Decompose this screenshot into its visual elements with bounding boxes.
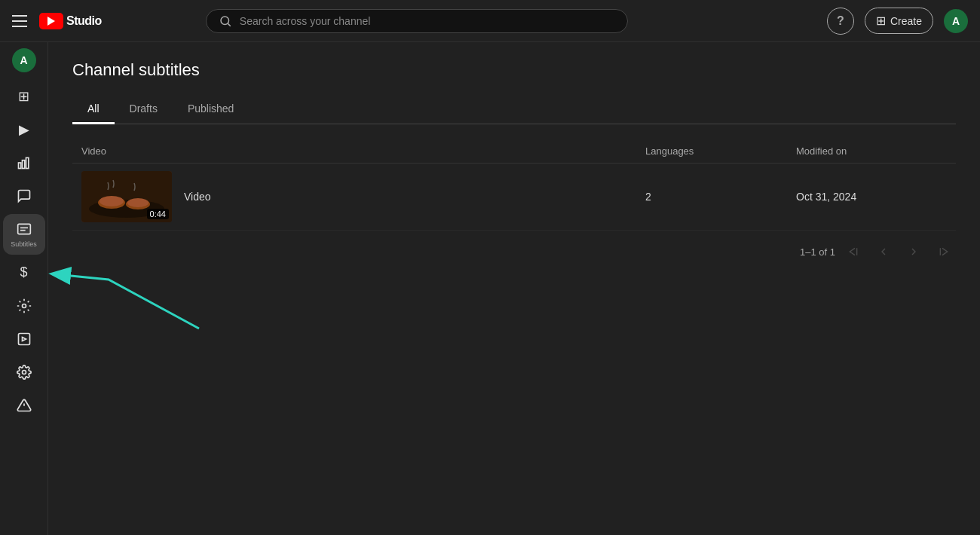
sidebar-item-subtitles[interactable]: Subtitles bbox=[3, 214, 45, 255]
subtitles-icon bbox=[15, 220, 33, 238]
video-duration: 0:44 bbox=[147, 209, 169, 219]
page-content: Channel subtitles All Drafts Published V… bbox=[48, 42, 980, 535]
main-area: A ⊞ ▶ S bbox=[0, 42, 980, 535]
earn-icon: $ bbox=[15, 264, 33, 282]
sidebar-avatar[interactable]: A bbox=[12, 48, 36, 72]
create-label: Create bbox=[890, 15, 922, 27]
sidebar-subtitles-label: Subtitles bbox=[11, 241, 37, 249]
youtube-logo-icon bbox=[39, 13, 63, 29]
sidebar-item-settings[interactable] bbox=[3, 357, 45, 387]
nav-left: Studio bbox=[12, 12, 102, 30]
sidebar: A ⊞ ▶ S bbox=[0, 42, 48, 535]
sidebar-item-earn[interactable]: $ bbox=[3, 258, 45, 288]
first-page-button[interactable] bbox=[841, 240, 865, 264]
tab-all[interactable]: All bbox=[72, 95, 115, 124]
logo[interactable]: Studio bbox=[39, 13, 102, 29]
topnav: Studio ? ⊞ Create A bbox=[0, 0, 980, 42]
search-form bbox=[206, 9, 628, 33]
analytics-icon bbox=[15, 154, 33, 172]
help-button[interactable]: ? bbox=[827, 8, 854, 35]
tab-drafts[interactable]: Drafts bbox=[115, 95, 173, 124]
sidebar-item-dashboard[interactable]: ⊞ bbox=[3, 81, 45, 112]
sidebar-item-feedback[interactable] bbox=[3, 390, 45, 420]
create-icon: ⊞ bbox=[876, 14, 886, 28]
content-icon: ▶ bbox=[15, 121, 33, 139]
next-page-button[interactable] bbox=[902, 240, 926, 264]
col-languages: Languages bbox=[645, 145, 796, 157]
pagination: 1–1 of 1 bbox=[72, 231, 956, 273]
sidebar-item-customize[interactable] bbox=[3, 291, 45, 321]
feedback-icon bbox=[15, 396, 33, 414]
dashboard-icon: ⊞ bbox=[15, 87, 33, 105]
svg-point-0 bbox=[221, 17, 229, 25]
svg-rect-3 bbox=[22, 160, 24, 169]
search-bar bbox=[206, 9, 628, 33]
svg-rect-4 bbox=[26, 157, 28, 168]
svg-point-16 bbox=[100, 196, 124, 206]
svg-rect-5 bbox=[17, 224, 30, 234]
menu-icon[interactable] bbox=[12, 12, 30, 30]
user-avatar[interactable]: A bbox=[944, 9, 968, 33]
settings-icon bbox=[15, 363, 33, 381]
sidebar-item-content[interactable]: ▶ bbox=[3, 115, 45, 145]
svg-rect-2 bbox=[18, 163, 20, 169]
languages-cell: 2 bbox=[645, 191, 796, 203]
svg-point-18 bbox=[127, 198, 149, 207]
audio-icon bbox=[15, 330, 33, 348]
svg-point-8 bbox=[22, 304, 26, 307]
search-input[interactable] bbox=[240, 15, 615, 27]
sidebar-item-comments[interactable] bbox=[3, 181, 45, 211]
prev-page-button[interactable] bbox=[871, 240, 896, 264]
last-page-button[interactable] bbox=[932, 240, 956, 264]
svg-rect-9 bbox=[18, 333, 29, 344]
pagination-range: 1–1 of 1 bbox=[800, 246, 835, 258]
video-name: Video bbox=[184, 191, 211, 203]
table-header: Video Languages Modified on bbox=[72, 139, 956, 164]
sidebar-item-analytics[interactable] bbox=[3, 148, 45, 178]
video-thumbnail[interactable]: 0:44 bbox=[81, 171, 172, 222]
page-title: Channel subtitles bbox=[72, 60, 956, 80]
comments-icon bbox=[15, 187, 33, 205]
customize-icon bbox=[15, 297, 33, 315]
tabs: All Drafts Published bbox=[72, 95, 956, 124]
svg-point-10 bbox=[22, 370, 26, 374]
nav-right: ? ⊞ Create A bbox=[827, 8, 968, 35]
create-button[interactable]: ⊞ Create bbox=[865, 8, 933, 34]
col-modified: Modified on bbox=[796, 145, 947, 157]
tab-published[interactable]: Published bbox=[173, 95, 250, 124]
col-video: Video bbox=[81, 145, 645, 157]
video-cell: 0:44 Video bbox=[81, 171, 645, 222]
modified-cell: Oct 31, 2024 bbox=[796, 191, 947, 203]
svg-line-1 bbox=[228, 23, 230, 26]
search-icon bbox=[219, 14, 232, 28]
sidebar-item-audio[interactable] bbox=[3, 324, 45, 354]
studio-label: Studio bbox=[66, 14, 102, 28]
table-row[interactable]: 0:44 Video 2 Oct 31, 2024 bbox=[72, 164, 956, 231]
